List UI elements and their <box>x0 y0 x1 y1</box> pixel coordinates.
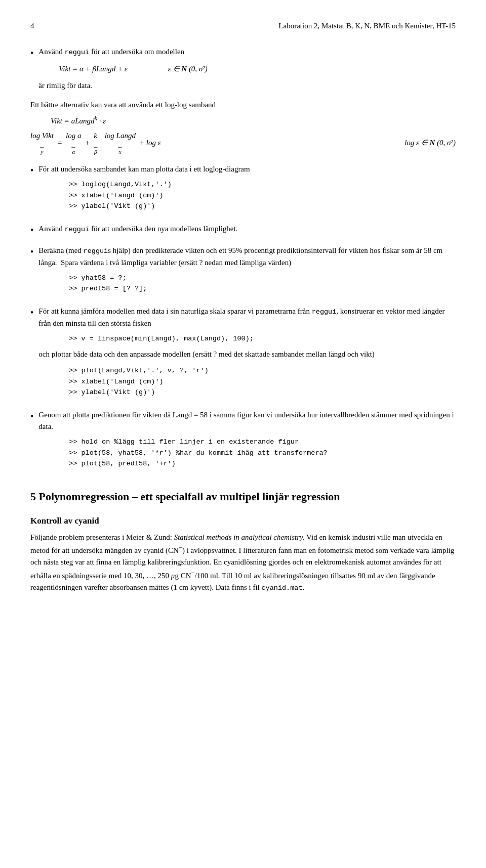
bullet6-text: Genom att plotta prediktionen för vikten… <box>38 411 454 430</box>
cyanid-paragraph: Följande problem presenteras i Meier & Z… <box>30 532 456 594</box>
list-item-6: • Genom att plotta prediktionen för vikt… <box>30 409 456 473</box>
bullet-dot-6: • <box>30 410 33 424</box>
cyanid-p1: Följande problem presenteras i Meier & Z… <box>30 533 454 591</box>
bullet-content-4: Beräkna (med regguis hjälp) den predikte… <box>38 245 456 298</box>
code-linspace: >> v = linspace(min(Langd), max(Langd), … <box>69 333 456 344</box>
header-title: Laboration 2, Matstat B, K, N, BME och K… <box>278 20 456 32</box>
ar-rimlig-text: är rimlig för data. <box>38 81 92 90</box>
bullet-dot-1: • <box>30 47 33 61</box>
code-plot-full: >> plot(Langd,Vikt,'.', v, ?, 'r') >> xl… <box>69 365 456 398</box>
bullet-dot-4: • <box>30 245 33 259</box>
page-header: 4 Laboration 2, Matstat B, K, N, BME och… <box>30 20 456 32</box>
section5-title: 5 Polynomregression – ett specialfall av… <box>30 490 456 504</box>
bullet1-text-after: för att undersöka om modellen <box>89 48 184 56</box>
bullet-content-1: Använd reggui för att undersöka om model… <box>38 46 456 92</box>
bullet3-code: reggui <box>65 226 90 233</box>
bullet-content-5: För att kunna jämföra modellen med data … <box>38 306 456 402</box>
ub-y: log Vikt ⏟ y <box>30 130 54 156</box>
page-number: 4 <box>30 20 34 32</box>
list-item-3: • Använd reggui för att undersöka den ny… <box>30 223 456 238</box>
bullet3-text-before: Använd <box>38 225 64 233</box>
epsilon-dist-linear: ε ∈ N (0, σ²) <box>168 63 208 75</box>
bullet-dot-3: • <box>30 224 33 238</box>
ett-battre-text: Ett bättre alternativ kan vara att använ… <box>30 101 216 109</box>
list-item-1: • Använd reggui för att undersöka om mod… <box>30 46 456 92</box>
linear-model-formula: Vikt = α + βLangd + ε ε ∈ N (0, σ²) <box>59 63 456 75</box>
bullet4-text: Beräkna (med regguis hjälp) den predikte… <box>38 246 442 267</box>
log-equation-container: log Vikt ⏟ y = log a ⏟ α + k ⏟ β <box>30 130 456 156</box>
ub-x: log Langd ⏟ x <box>105 130 136 156</box>
code-yhat-predI: >> yhat58 = ?; >> predI58 = [? ?]; <box>69 273 456 294</box>
ub-alpha: log a ⏟ α <box>66 130 81 156</box>
code-loglog: >> loglog(Langd,Vikt,'.') >> xlabel('Lan… <box>69 179 456 212</box>
bullet-content-6: Genom att plotta prediktionen för vikten… <box>38 409 456 473</box>
ub-beta: k ⏟ β <box>94 130 98 156</box>
bullet-dot-5: • <box>30 306 33 320</box>
code-hold-on: >> hold on %lägg till fler linjer i en e… <box>69 437 456 469</box>
vikt-linear-eq: Vikt = α + βLangd + ε <box>59 63 128 75</box>
vikt-loglog-eq: Vikt = aLangdk · ε <box>51 114 456 127</box>
cyanid-file: cyanid.mat <box>262 584 303 592</box>
list-item-2: • För att undersöka sambandet kan man pl… <box>30 163 456 216</box>
list-item-5: • För att kunna jämföra modellen med dat… <box>30 306 456 402</box>
och-plottar-text: och plottar både data och den anpassade … <box>38 349 456 360</box>
subsection-cyanid: Kontroll av cyanid <box>30 514 456 528</box>
bullet2-text: För att undersöka sambandet kan man plot… <box>38 165 250 173</box>
bullet-content-3: Använd reggui för att undersöka den nya … <box>38 223 456 235</box>
log-epsilon-dist: log ε ∈ N (0, σ²) <box>404 137 456 149</box>
bullet-dot-2: • <box>30 164 33 178</box>
list-item-4: • Beräkna (med regguis hjälp) den predik… <box>30 245 456 298</box>
bullet1-code: reggui <box>65 49 90 56</box>
main-content: • Använd reggui för att undersöka om mod… <box>30 46 456 473</box>
log-equation-left: log Vikt ⏟ y = log a ⏟ α + k ⏟ β <box>30 130 163 156</box>
alt-paragraph: Ett bättre alternativ kan vara att använ… <box>30 99 456 156</box>
bullet-content-2: För att undersöka sambandet kan man plot… <box>38 163 456 216</box>
bullet3-text-after: för att undersöka den nya modellens lämp… <box>89 225 237 233</box>
bullet1-text-before: Använd <box>38 48 64 56</box>
bullet5-text: För att kunna jämföra modellen med data … <box>38 307 444 327</box>
